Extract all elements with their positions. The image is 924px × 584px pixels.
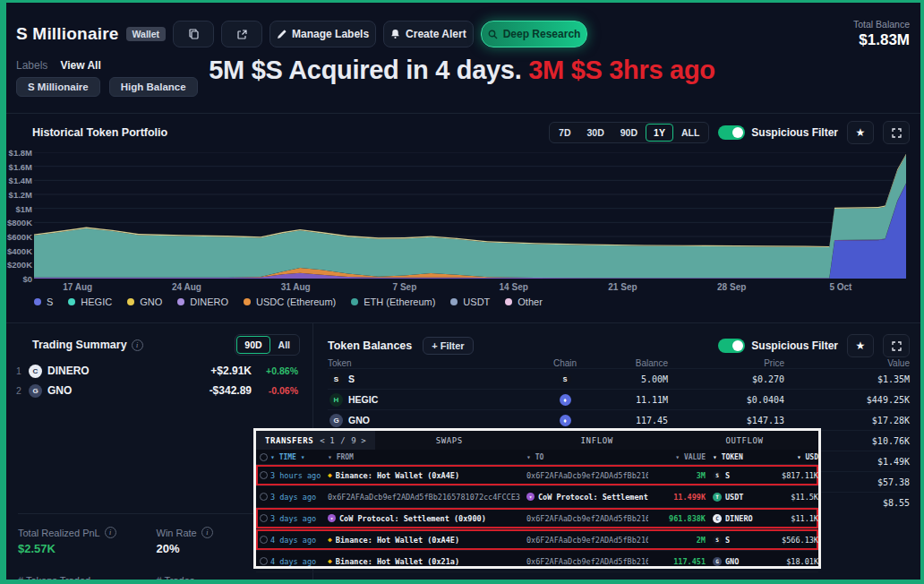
ring-icon <box>260 493 268 501</box>
suspicious-filter-toggle-2[interactable] <box>718 339 745 353</box>
stat-label-text: # Tokens Traded <box>18 575 90 584</box>
legend-label: Other <box>518 296 543 307</box>
trading-summary-row[interactable]: 2GGNO-$342.89-0.06% <box>16 381 298 400</box>
wallet-name: Binance: Hot Wallet (0xA4E) <box>336 536 459 545</box>
tx-to[interactable]: 0x6F2AFAaDcb9ef2ADAd5fBb2165781072cc4FCC… <box>526 471 648 480</box>
column-header-token[interactable]: ▾ TOKEN <box>706 453 768 461</box>
transfer-row[interactable]: 3 hours ago◆Binance: Hot Wallet (0xA4E)0… <box>256 465 818 486</box>
portfolio-area-chart[interactable] <box>34 152 906 279</box>
range-button-90d[interactable]: 90D <box>612 124 646 142</box>
filter-button[interactable]: + Filter <box>423 337 473 355</box>
transfer-row[interactable]: 3 days ago0x6F2AFAaDcb9ef2ADAd5fBb216578… <box>256 486 818 508</box>
range-button-7d[interactable]: 7D <box>551 124 578 142</box>
pager-prev[interactable]: < <box>320 436 325 445</box>
cell-balance: 5.00M <box>592 374 668 384</box>
tx-to[interactable]: 0x6F2AFAaDcb9ef2ADAd5fBb2165781072cc4FCC… <box>526 557 648 566</box>
token-cell: HHEGIC <box>328 393 538 407</box>
pager-next[interactable]: > <box>361 436 366 445</box>
expand-button-2[interactable] <box>883 334 910 357</box>
token-balance-row[interactable]: SSS5.00M$0.270$1.35M <box>328 368 910 389</box>
column-header-balance[interactable]: Balance <box>592 358 668 368</box>
column-header-from[interactable]: ▾ FROM <box>328 453 526 461</box>
token-ticker: GNO <box>725 557 739 566</box>
suspicious-filter-toggle[interactable] <box>718 125 745 140</box>
portfolio-title: Historical Token Portfolio <box>32 126 167 139</box>
pnl-percent: -0.06% <box>252 385 298 396</box>
legend-item-dinero[interactable]: DINERO <box>177 296 228 307</box>
column-header-to[interactable]: ▾ TO <box>526 453 648 461</box>
legend-item-usdc-ethereum-[interactable]: USDC (Ethereum) <box>244 296 336 307</box>
tx-time-link[interactable]: 4 days ago <box>270 536 328 545</box>
tx-value: 117.451 <box>648 557 706 566</box>
tx-to[interactable]: 0x6F2AFAaDcb9ef2ADAd5fBb2165781072cc4FCC… <box>526 514 648 523</box>
favorite-button-2[interactable]: ★ <box>847 334 874 357</box>
legend-item-usdt[interactable]: USDT <box>450 296 490 307</box>
transfer-row[interactable]: 3 days ago▾CoW Protocol: Settlement (0x9… <box>256 508 818 529</box>
tx-link-icon[interactable] <box>256 514 270 522</box>
favorite-button[interactable]: ★ <box>847 121 874 144</box>
tab-inflow[interactable]: INFLOW <box>523 431 671 450</box>
tx-usd: $18.01K <box>768 557 818 566</box>
tx-from[interactable]: ▾CoW Protocol: Settlement (0x900) <box>328 514 526 523</box>
transfer-row[interactable]: 4 days ago◆Binance: Hot Wallet (0x21a)0x… <box>256 551 818 572</box>
create-alert-button[interactable]: Create Alert <box>383 21 474 47</box>
trading-summary-title: Trading Summary <box>32 339 127 351</box>
x-tick-label: 14 Sep <box>500 282 528 292</box>
create-alert-label: Create Alert <box>406 28 466 40</box>
trading-range-button-90d[interactable]: 90D <box>236 336 270 354</box>
token-icon-gno: G <box>713 557 722 566</box>
trading-summary-row[interactable]: 1CDINERO+$2.91K+0.86% <box>16 361 298 381</box>
token-balance-row[interactable]: HHEGIC♦11.11M$0.0404$449.25K <box>328 389 910 409</box>
legend-item-s[interactable]: S <box>34 296 53 307</box>
tx-from[interactable]: 0x6F2AFAaDcb9ef2ADAd5fBb2165781072cc4FCC… <box>328 493 526 502</box>
expand-button[interactable] <box>883 121 910 144</box>
tx-to[interactable]: ▾CoW Protocol: Settlement (0x900) <box>526 493 648 502</box>
tx-from[interactable]: ◆Binance: Hot Wallet (0x21a) <box>328 557 526 566</box>
column-header-chain[interactable]: Chain <box>538 358 592 368</box>
tx-time-link[interactable]: 4 days ago <box>270 557 328 566</box>
tx-link-icon[interactable] <box>256 536 270 544</box>
legend-item-hegic[interactable]: HEGIC <box>68 296 112 307</box>
tx-token: CDINERO <box>706 514 768 523</box>
stat-label: # Tokens Traded <box>18 575 157 584</box>
legend-item-other[interactable]: Other <box>505 296 543 307</box>
ring-icon <box>260 536 268 544</box>
tx-time-link[interactable]: 3 hours ago <box>270 471 328 480</box>
tx-link-icon[interactable] <box>256 471 270 479</box>
copy-address-button[interactable] <box>173 21 214 47</box>
range-button-all[interactable]: ALL <box>673 124 707 142</box>
tab-transfers[interactable]: TRANSFERS<1 / 9> <box>256 431 375 450</box>
tx-from[interactable]: ◆Binance: Hot Wallet (0xA4E) <box>328 471 526 480</box>
manage-labels-button[interactable]: Manage Labels <box>270 21 376 47</box>
column-header-time[interactable]: ▾ TIME ▾ <box>270 453 328 461</box>
tx-link-icon[interactable] <box>256 493 270 501</box>
column-header-value[interactable]: Value <box>784 358 910 368</box>
deep-research-button[interactable]: Deep Research <box>481 21 588 47</box>
column-header-usd[interactable]: ▾ USD <box>768 453 818 461</box>
binance-icon: ◆ <box>328 557 332 565</box>
column-header-token[interactable]: Token <box>328 358 538 368</box>
share-button[interactable] <box>221 21 262 47</box>
divider <box>0 113 924 114</box>
tab-outflow[interactable]: OUTFLOW <box>671 431 818 450</box>
trading-range-button-all[interactable]: All <box>270 336 298 354</box>
token-name: S <box>348 374 355 384</box>
legend-item-gno[interactable]: GNO <box>127 296 162 307</box>
column-header-value[interactable]: ▾ VALUE <box>648 453 706 461</box>
token-balance-row[interactable]: GGNO♦117.45$147.13$17.28K <box>328 409 910 430</box>
tab-swaps[interactable]: SWAPS <box>375 431 523 450</box>
tx-time-link[interactable]: 3 days ago <box>270 514 328 523</box>
tx-link-icon[interactable] <box>256 557 270 565</box>
range-button-1y[interactable]: 1Y <box>646 124 673 142</box>
tx-time-link[interactable]: 3 days ago <box>270 493 328 502</box>
stat-label-text: # Trades <box>157 575 195 584</box>
legend-item-eth-ethereum-[interactable]: ETH (Ethereum) <box>351 296 435 307</box>
cell-value: $1.35M <box>784 374 910 384</box>
tx-from[interactable]: ◆Binance: Hot Wallet (0xA4E) <box>328 536 526 545</box>
token-icon-dinero: C <box>713 514 722 523</box>
token-icon-s: S <box>329 373 343 386</box>
column-header-price[interactable]: Price <box>668 358 784 368</box>
range-button-30d[interactable]: 30D <box>579 124 612 142</box>
tx-to[interactable]: 0x6F2AFAaDcb9ef2ADAd5fBb2165781072cc4FCC… <box>526 536 648 545</box>
transfer-row[interactable]: 4 days ago◆Binance: Hot Wallet (0xA4E)0x… <box>256 529 818 551</box>
